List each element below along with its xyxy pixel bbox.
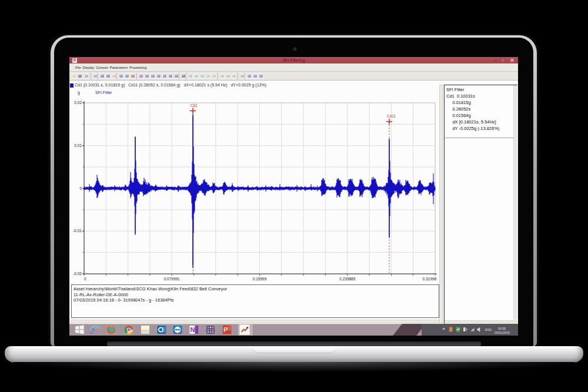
svg-text:P: P xyxy=(223,326,228,333)
svg-text:-0.02: -0.02 xyxy=(73,272,82,276)
svg-text:0.02: 0.02 xyxy=(74,100,82,105)
svg-text:0.15999: 0.15999 xyxy=(253,277,267,281)
svg-text:ENG: ENG xyxy=(485,328,492,331)
svg-text:0: 0 xyxy=(79,186,82,190)
svg-text:0.079991: 0.079991 xyxy=(164,277,180,281)
svg-text:Cd1: Cd1 xyxy=(191,103,198,108)
svg-text:00:58: 00:58 xyxy=(498,327,506,330)
svg-text:0: 0 xyxy=(84,277,86,281)
svg-text:Cd11: Cd11 xyxy=(387,114,396,118)
svg-text:0.01: 0.01 xyxy=(74,143,82,148)
svg-text:06/01/2015: 06/01/2015 xyxy=(495,331,510,334)
svg-text:-0.01: -0.01 xyxy=(73,229,82,233)
svg-text:N: N xyxy=(191,326,195,333)
svg-text:0.239885: 0.239885 xyxy=(339,277,355,281)
svg-text:0.31998: 0.31998 xyxy=(423,277,437,281)
